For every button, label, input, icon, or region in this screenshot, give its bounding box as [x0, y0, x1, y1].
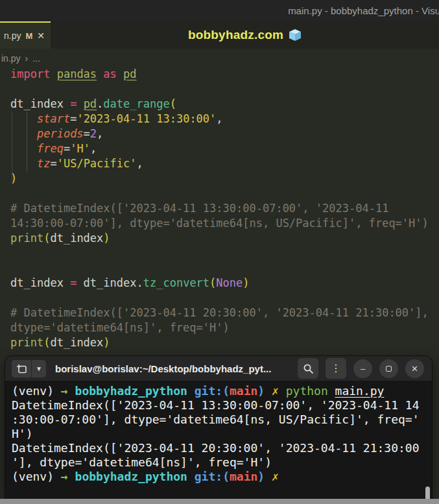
terminal-scrollbar-thumb[interactable] [425, 486, 430, 499]
code-line: tz='US/Pacific', [10, 156, 438, 171]
indent-guide [12, 112, 12, 183]
code-editor[interactable]: import pandas as pddt_index = pd.date_ra… [10, 67, 438, 350]
terminal-title: borislav@borislav:~/Desktop/bobbyhadz_py… [55, 363, 271, 374]
minimize-button[interactable]: – [353, 359, 372, 378]
ice-cube-icon [289, 29, 302, 42]
term-line: '], dtype='datetime64[ns]', freq='H') [12, 455, 432, 470]
tab-label: n.py [4, 30, 21, 41]
tab-dropdown-button[interactable]: ▼ [32, 360, 46, 378]
term-line: H') [12, 427, 432, 441]
maximize-icon [386, 366, 392, 372]
window-bottom-edge [0, 499, 439, 504]
terminal-output[interactable]: (venv) → bobbyhadz_python git:(main) ✗ p… [5, 381, 432, 499]
banner-text: bobbyhadz.com [188, 28, 283, 42]
code-line: # DatetimeIndex(['2023-04-11 20:30:00', … [10, 306, 438, 320]
code-line: print(dt_index) [10, 231, 438, 246]
indent-guide [27, 112, 27, 171]
code-line [10, 82, 438, 97]
code-line [10, 246, 438, 261]
search-button[interactable] [298, 358, 318, 379]
terminal-window: ▼ borislav@borislav:~/Desktop/bobbyhadz_… [5, 356, 432, 499]
code-line: ) [10, 171, 438, 186]
term-line: (venv) → bobbyhadz_python git:(main) ✗ [12, 470, 432, 484]
term-line: :30:00-07:00'], dtype='datetime64[ns, US… [12, 413, 432, 427]
code-line [10, 291, 438, 306]
minimize-icon: – [361, 364, 365, 374]
code-line: periods=2, [10, 126, 438, 141]
terminal-titlebar: ▼ borislav@borislav:~/Desktop/bobbyhadz_… [5, 356, 432, 381]
code-line: print(dt_index) [10, 335, 438, 350]
code-line: dt_index = dt_index.tz_convert(None) [10, 276, 438, 291]
code-line: dt_index = pd.date_range( [10, 97, 438, 112]
window-titlebar: main.py - bobbyhadz_python - Visu [0, 0, 439, 21]
code-line [10, 261, 438, 276]
tab-main-py[interactable]: n.py M ✕ [0, 21, 51, 49]
new-tab-icon [16, 364, 27, 374]
code-line: 14:30:00-07:00'], dtype='datetime64[ns, … [10, 216, 438, 231]
term-line: (venv) → bobbyhadz_python git:(main) ✗ p… [12, 384, 432, 398]
close-icon: ✕ [411, 364, 418, 374]
kebab-menu-icon: ⋮ [331, 363, 341, 374]
search-icon [303, 363, 314, 374]
breadcrumb-file[interactable]: in.py [1, 53, 21, 64]
code-line: dtype='datetime64[ns]', freq='H') [10, 320, 438, 335]
breadcrumb-separator-icon: › [25, 53, 29, 64]
breadcrumb[interactable]: in.py › ... [1, 51, 40, 66]
watermark-banner: bobbyhadz.com [51, 21, 439, 49]
tab-close-icon[interactable]: ✕ [37, 30, 45, 41]
menu-button[interactable]: ⋮ [326, 358, 346, 379]
code-line: start='2023-04-11 13:30:00', [10, 112, 438, 126]
new-tab-button[interactable] [12, 360, 31, 378]
chevron-down-icon: ▼ [36, 365, 42, 372]
close-button[interactable]: ✕ [405, 359, 424, 378]
code-line [10, 186, 438, 201]
code-line: # DatetimeIndex(['2023-04-11 13:30:00-07… [10, 201, 438, 216]
code-line: freq='H', [10, 141, 438, 156]
maximize-button[interactable] [379, 359, 398, 378]
term-line: DatetimeIndex(['2023-04-11 20:30:00', '2… [12, 441, 432, 455]
modified-badge: M [25, 31, 32, 41]
term-line: DatetimeIndex(['2023-04-11 13:30:00-07:0… [12, 398, 432, 413]
window-title: main.py - bobbyhadz_python - Visu [288, 5, 439, 16]
breadcrumb-more[interactable]: ... [32, 53, 40, 64]
editor-tab-bar: n.py M ✕ bobbyhadz.com [0, 21, 439, 49]
code-line: import pandas as pd [10, 67, 438, 82]
